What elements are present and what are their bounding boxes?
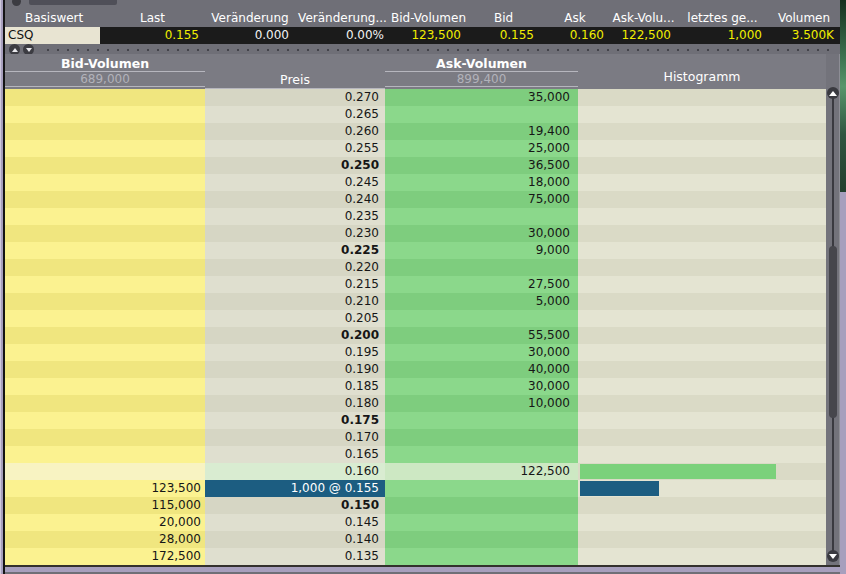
header-bid-volume[interactable]: Bid-Volumen 689,000: [5, 54, 205, 89]
ask-volume-cell[interactable]: [385, 480, 578, 497]
quote-col-basiswert[interactable]: Basiswert: [5, 10, 100, 27]
price-cell[interactable]: 0.190: [205, 361, 385, 378]
price-cell[interactable]: 0.170: [205, 429, 385, 446]
price-cell[interactable]: 0.255: [205, 140, 385, 157]
histogram-cell[interactable]: [578, 548, 826, 565]
ask-volume-cell[interactable]: 30,000: [385, 225, 578, 242]
depth-row[interactable]: 0.27035,000: [5, 89, 826, 106]
histogram-cell[interactable]: [578, 106, 826, 123]
histogram-cell[interactable]: [578, 310, 826, 327]
price-cell[interactable]: 0.150: [205, 497, 385, 514]
price-cell[interactable]: 0.205: [205, 310, 385, 327]
header-ask-volume[interactable]: Ask-Volumen 899,400: [385, 54, 578, 89]
scroll-down-button[interactable]: [827, 550, 839, 562]
depth-row[interactable]: 0.205: [5, 310, 826, 327]
histogram-cell[interactable]: [578, 140, 826, 157]
histogram-cell[interactable]: [578, 293, 826, 310]
ask-volume-cell[interactable]: [385, 497, 578, 514]
ask-volume-cell[interactable]: 25,000: [385, 140, 578, 157]
depth-row[interactable]: 0.170: [5, 429, 826, 446]
ask-volume-cell[interactable]: 18,000: [385, 174, 578, 191]
quote-col-volume[interactable]: Volumen: [768, 10, 840, 27]
histogram-cell[interactable]: [578, 344, 826, 361]
quote-col-change[interactable]: Veränderung: [205, 10, 295, 27]
ask-volume-cell[interactable]: 122,500: [385, 463, 578, 480]
histogram-cell[interactable]: [578, 123, 826, 140]
histogram-cell[interactable]: [578, 327, 826, 344]
depth-row[interactable]: 115,0000.150: [5, 497, 826, 514]
price-cell[interactable]: 0.270: [205, 89, 385, 106]
histogram-cell[interactable]: [578, 446, 826, 463]
ask-volume-cell[interactable]: 40,000: [385, 361, 578, 378]
histogram-cell[interactable]: [578, 208, 826, 225]
bid-volume-cell[interactable]: [5, 310, 205, 327]
price-cell[interactable]: 0.175: [205, 412, 385, 429]
depth-row[interactable]: 0.160122,500: [5, 463, 826, 480]
bid-volume-cell[interactable]: [5, 208, 205, 225]
price-cell[interactable]: 0.240: [205, 191, 385, 208]
bid-volume-cell[interactable]: [5, 395, 205, 412]
depth-row[interactable]: 0.23030,000: [5, 225, 826, 242]
histogram-cell[interactable]: [578, 378, 826, 395]
ask-volume-cell[interactable]: [385, 429, 578, 446]
ask-volume-cell[interactable]: 5,000: [385, 293, 578, 310]
price-cell[interactable]: 0.230: [205, 225, 385, 242]
histogram-cell[interactable]: [578, 259, 826, 276]
depth-row[interactable]: 0.26019,400: [5, 123, 826, 140]
ask-volume-cell[interactable]: [385, 208, 578, 225]
histogram-cell[interactable]: [578, 497, 826, 514]
price-cell[interactable]: 0.225: [205, 242, 385, 259]
ask-volume-cell[interactable]: 9,000: [385, 242, 578, 259]
depth-row[interactable]: 172,5000.135: [5, 548, 826, 565]
bid-volume-cell[interactable]: [5, 259, 205, 276]
scrollbar[interactable]: [826, 54, 840, 565]
price-cell[interactable]: 0.135: [205, 548, 385, 565]
bid-volume-cell[interactable]: [5, 157, 205, 174]
bid-volume-cell[interactable]: 172,500: [5, 548, 205, 565]
ask-volume-cell[interactable]: 30,000: [385, 344, 578, 361]
ask-volume-cell[interactable]: 19,400: [385, 123, 578, 140]
bid-volume-cell[interactable]: [5, 344, 205, 361]
panel-splitter[interactable]: [5, 44, 840, 54]
ask-volume-cell[interactable]: [385, 412, 578, 429]
depth-row[interactable]: 0.24075,000: [5, 191, 826, 208]
bid-volume-cell[interactable]: [5, 429, 205, 446]
ask-volume-cell[interactable]: 75,000: [385, 191, 578, 208]
histogram-cell[interactable]: [578, 463, 826, 480]
last-trade-cell[interactable]: 1,000 @ 0.155: [205, 480, 385, 497]
bid-volume-cell[interactable]: [5, 463, 205, 480]
bid-volume-cell[interactable]: [5, 225, 205, 242]
price-cell[interactable]: 0.195: [205, 344, 385, 361]
bid-volume-cell[interactable]: 28,000: [5, 531, 205, 548]
histogram-cell[interactable]: [578, 242, 826, 259]
quote-table-row[interactable]: CSQ 0.155 0.000 0.00% 123,500 0.155 0.16…: [5, 27, 840, 44]
ask-volume-cell[interactable]: [385, 548, 578, 565]
quote-col-bid[interactable]: Bid: [467, 10, 540, 27]
scrollbar-thumb[interactable]: [829, 246, 837, 418]
histogram-cell[interactable]: [578, 361, 826, 378]
depth-row[interactable]: 0.21527,500: [5, 276, 826, 293]
ask-volume-cell[interactable]: [385, 106, 578, 123]
bid-volume-cell[interactable]: [5, 140, 205, 157]
depth-row[interactable]: 0.24518,000: [5, 174, 826, 191]
histogram-cell[interactable]: [578, 225, 826, 242]
quote-symbol-cell[interactable]: CSQ: [5, 27, 100, 44]
bid-volume-cell[interactable]: [5, 276, 205, 293]
depth-row[interactable]: 0.175: [5, 412, 826, 429]
quote-col-ask-volume[interactable]: Ask-Volu...: [610, 10, 677, 27]
depth-row[interactable]: 0.25036,500: [5, 157, 826, 174]
histogram-cell[interactable]: [578, 412, 826, 429]
depth-row[interactable]: 28,0000.140: [5, 531, 826, 548]
price-cell[interactable]: 0.260: [205, 123, 385, 140]
bid-volume-cell[interactable]: [5, 174, 205, 191]
price-cell[interactable]: 0.245: [205, 174, 385, 191]
price-cell[interactable]: 0.250: [205, 157, 385, 174]
quote-col-last[interactable]: Last: [100, 10, 205, 27]
price-cell[interactable]: 0.220: [205, 259, 385, 276]
bid-volume-cell[interactable]: [5, 378, 205, 395]
price-cell[interactable]: 0.185: [205, 378, 385, 395]
depth-row[interactable]: 0.235: [5, 208, 826, 225]
quote-col-ask[interactable]: Ask: [540, 10, 610, 27]
ask-volume-cell[interactable]: 10,000: [385, 395, 578, 412]
histogram-cell[interactable]: [578, 531, 826, 548]
